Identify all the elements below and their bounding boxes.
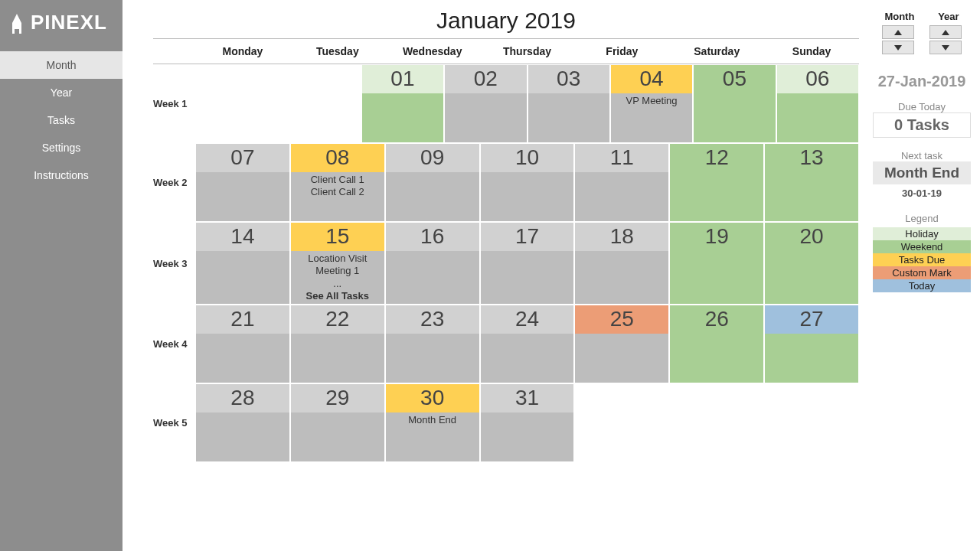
legend: Legend HolidayWeekendTasks DueCustom Mar… xyxy=(873,213,971,292)
day-number: 02 xyxy=(445,65,526,93)
day-cell[interactable]: 20 xyxy=(765,223,858,304)
week-row: Week 31415Location VisitMeeting 1...See … xyxy=(153,222,859,305)
year-up-button[interactable] xyxy=(929,25,962,39)
legend-item: Weekend xyxy=(873,240,971,253)
task-line: Location Visit xyxy=(292,253,383,265)
day-body xyxy=(765,334,858,383)
task-line: Client Call 1 xyxy=(292,174,383,186)
day-header: Wednesday xyxy=(385,39,480,64)
sidebar-item-settings[interactable]: Settings xyxy=(0,134,122,161)
legend-item: Tasks Due xyxy=(873,253,971,266)
calendar: MondayTuesdayWednesdayThursdayFridaySatu… xyxy=(153,38,859,462)
day-cell[interactable]: 29 xyxy=(291,384,384,461)
day-number: 19 xyxy=(670,223,763,251)
week-label: Week 3 xyxy=(153,222,195,305)
day-body xyxy=(196,334,289,383)
week-label: Week 5 xyxy=(153,383,195,462)
day-number: 09 xyxy=(386,144,479,172)
day-cell[interactable]: 10 xyxy=(481,144,574,221)
sidebar-item-month[interactable]: Month xyxy=(0,51,122,79)
day-number: 20 xyxy=(765,223,858,251)
day-number: 25 xyxy=(575,305,668,334)
day-cell[interactable]: 23 xyxy=(386,305,479,383)
day-cell[interactable]: 05 xyxy=(694,65,775,142)
day-header: Tuesday xyxy=(290,39,385,64)
day-body xyxy=(386,172,479,221)
sidebar-nav: MonthYearTasksSettingsInstructions xyxy=(0,51,122,189)
day-number: 14 xyxy=(196,223,289,251)
day-number: 15 xyxy=(291,223,384,251)
year-spinner-label: Year xyxy=(938,11,959,22)
day-body xyxy=(670,334,763,383)
day-cell[interactable]: 25 xyxy=(575,305,668,383)
empty-cell xyxy=(670,384,763,461)
day-number: 28 xyxy=(196,384,289,412)
day-cell[interactable]: 16 xyxy=(386,223,479,304)
legend-item: Today xyxy=(873,279,971,292)
day-cell[interactable]: 30Month End xyxy=(386,384,479,461)
day-cell[interactable]: 06 xyxy=(777,65,858,142)
day-number: 11 xyxy=(575,144,668,172)
day-number: 30 xyxy=(386,384,479,412)
day-cell[interactable]: 31 xyxy=(481,384,574,461)
month-up-button[interactable] xyxy=(882,25,914,39)
day-number: 23 xyxy=(386,305,479,334)
day-cell[interactable]: 26 xyxy=(670,305,763,383)
app-name: PINEXL xyxy=(31,11,107,34)
day-cell[interactable]: 01 xyxy=(362,65,443,142)
day-cell[interactable]: 15Location VisitMeeting 1...See All Task… xyxy=(291,223,384,304)
day-body xyxy=(386,334,479,383)
year-down-button[interactable] xyxy=(929,41,962,54)
day-body xyxy=(528,93,609,142)
see-all-tasks-link[interactable]: See All Tasks xyxy=(292,290,383,302)
day-cell[interactable]: 28 xyxy=(196,384,289,461)
day-cell[interactable]: 13 xyxy=(765,144,858,221)
day-cell[interactable]: 08Client Call 1Client Call 2 xyxy=(291,144,384,221)
next-task-date: 30-01-19 xyxy=(873,187,971,199)
week-row: Week 421222324252627 xyxy=(153,305,859,383)
day-cell[interactable]: 12 xyxy=(670,144,763,221)
week-row: Week 20708Client Call 1Client Call 20910… xyxy=(153,143,859,222)
day-body xyxy=(481,172,574,221)
day-cell[interactable]: 19 xyxy=(670,223,763,304)
day-number: 13 xyxy=(765,144,858,172)
day-cell[interactable]: 07 xyxy=(196,144,289,221)
day-cell[interactable]: 02 xyxy=(445,65,526,142)
sidebar: PINEXL MonthYearTasksSettingsInstruction… xyxy=(0,0,122,551)
week-row: Week 5282930Month End31 xyxy=(153,383,859,462)
day-body xyxy=(670,172,763,221)
day-body xyxy=(291,334,384,383)
day-cell[interactable]: 21 xyxy=(196,305,289,383)
day-cell[interactable]: 27 xyxy=(765,305,858,383)
day-cell[interactable]: 22 xyxy=(291,305,384,383)
calendar-body: Week 101020304VP Meeting0506Week 20708Cl… xyxy=(153,64,859,462)
month-spinner xyxy=(882,25,914,54)
month-down-button[interactable] xyxy=(882,41,914,54)
day-cell[interactable]: 17 xyxy=(481,223,574,304)
month-spinner-label: Month xyxy=(884,11,914,22)
day-body xyxy=(765,251,858,304)
day-body xyxy=(386,251,479,304)
day-body xyxy=(777,93,858,142)
day-body xyxy=(196,412,289,461)
empty-cell xyxy=(279,65,360,142)
day-cell[interactable]: 14 xyxy=(196,223,289,304)
sidebar-item-tasks[interactable]: Tasks xyxy=(0,106,122,134)
chevron-up-icon xyxy=(894,30,902,35)
day-cell[interactable]: 18 xyxy=(575,223,668,304)
day-number: 04 xyxy=(611,65,692,93)
sidebar-item-year[interactable]: Year xyxy=(0,79,122,106)
day-header: Thursday xyxy=(480,39,575,64)
day-number: 01 xyxy=(362,65,443,93)
day-cell[interactable]: 11 xyxy=(575,144,668,221)
calendar-title: January 2019 xyxy=(153,8,859,34)
due-today-value: 0 Tasks xyxy=(873,112,971,138)
day-cell[interactable]: 04VP Meeting xyxy=(611,65,692,142)
day-cell[interactable]: 03 xyxy=(528,65,609,142)
day-cell[interactable]: 24 xyxy=(481,305,574,383)
day-cell[interactable]: 09 xyxy=(386,144,479,221)
day-number: 18 xyxy=(575,223,668,251)
day-body: Client Call 1Client Call 2 xyxy=(291,172,384,221)
sidebar-item-instructions[interactable]: Instructions xyxy=(0,161,122,189)
day-body xyxy=(196,251,289,304)
